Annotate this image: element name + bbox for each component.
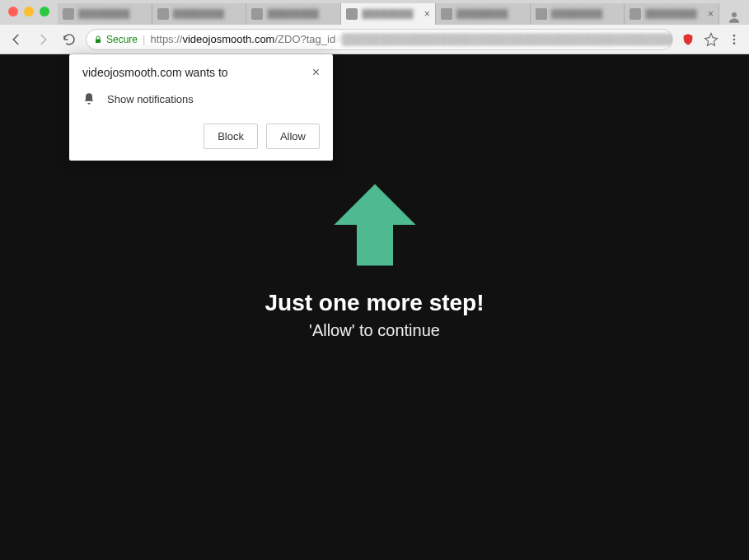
kebab-icon xyxy=(728,33,741,46)
favicon-icon xyxy=(536,8,547,20)
subline-text: 'Allow' to continue xyxy=(0,321,749,340)
bell-icon xyxy=(82,92,96,105)
favicon-icon xyxy=(251,8,263,20)
back-button[interactable] xyxy=(7,30,26,49)
tab-label: ████████ xyxy=(645,9,704,19)
window-controls xyxy=(8,7,49,16)
page-message: Just one more step! 'Allow' to continue xyxy=(0,180,749,340)
secure-label: Secure xyxy=(106,34,138,45)
favicon-icon xyxy=(630,8,641,20)
tab-label: ████████ xyxy=(267,9,335,19)
favicon-icon xyxy=(157,8,169,20)
arrow-up-graphic xyxy=(330,180,420,273)
menu-button[interactable] xyxy=(726,33,742,46)
svg-point-4 xyxy=(733,42,736,44)
arrow-up-icon xyxy=(330,180,420,270)
favicon-icon xyxy=(63,8,74,20)
secure-indicator: Secure xyxy=(93,34,138,45)
profile-button[interactable] xyxy=(719,10,749,25)
svg-point-3 xyxy=(733,38,736,40)
svg-point-0 xyxy=(732,12,737,17)
favicon-icon xyxy=(346,8,358,20)
forward-button[interactable] xyxy=(33,30,53,49)
bookmark-button[interactable] xyxy=(703,32,719,47)
extension-button[interactable] xyxy=(680,33,696,46)
tab-1[interactable]: ████████ xyxy=(152,3,247,25)
reload-icon xyxy=(62,32,77,47)
url-text: https://videojosmooth.com/ZDO?tag_id=███… xyxy=(150,33,673,45)
star-icon xyxy=(704,32,719,47)
minimize-window-button[interactable] xyxy=(24,7,34,16)
tab-label: ████████ xyxy=(362,9,420,19)
reload-button[interactable] xyxy=(59,30,79,49)
arrow-left-icon xyxy=(9,32,24,47)
tab-6[interactable]: ████████× xyxy=(625,3,719,25)
lock-icon xyxy=(93,35,103,44)
headline-text: Just one more step! xyxy=(0,290,749,316)
svg-rect-1 xyxy=(96,39,101,43)
person-icon xyxy=(727,10,742,25)
tab-label: ████████ xyxy=(173,9,241,19)
prompt-title: videojosmooth.com wants to xyxy=(82,66,228,79)
tab-strip: ████████ ████████ ████████ ████████× ███… xyxy=(0,0,749,25)
close-tab-icon[interactable]: × xyxy=(708,8,714,20)
address-bar[interactable]: Secure | https://videojosmooth.com/ZDO?t… xyxy=(86,29,673,50)
notification-permission-prompt: videojosmooth.com wants to × Show notifi… xyxy=(69,54,333,161)
favicon-icon xyxy=(441,8,452,20)
tab-label: ████████ xyxy=(456,9,525,19)
arrow-right-icon xyxy=(35,32,50,47)
tab-5[interactable]: ████████ xyxy=(531,3,625,25)
block-button[interactable]: Block xyxy=(204,124,258,149)
tab-2[interactable]: ████████ xyxy=(246,3,341,25)
tab-3[interactable]: ████████× xyxy=(341,3,436,25)
close-window-button[interactable] xyxy=(8,7,18,16)
tab-0[interactable]: ████████ xyxy=(58,3,152,25)
close-tab-icon[interactable]: × xyxy=(424,8,430,20)
tab-4[interactable]: ████████ xyxy=(436,3,531,25)
tab-label: ████████ xyxy=(551,9,620,19)
toolbar: Secure | https://videojosmooth.com/ZDO?t… xyxy=(0,25,749,54)
svg-point-2 xyxy=(733,35,736,37)
tab-label: ████████ xyxy=(78,9,147,19)
fullscreen-window-button[interactable] xyxy=(40,7,49,16)
allow-button[interactable]: Allow xyxy=(266,124,320,149)
shield-icon xyxy=(681,33,695,46)
permission-label: Show notifications xyxy=(107,93,194,105)
close-prompt-button[interactable]: × xyxy=(312,66,320,79)
